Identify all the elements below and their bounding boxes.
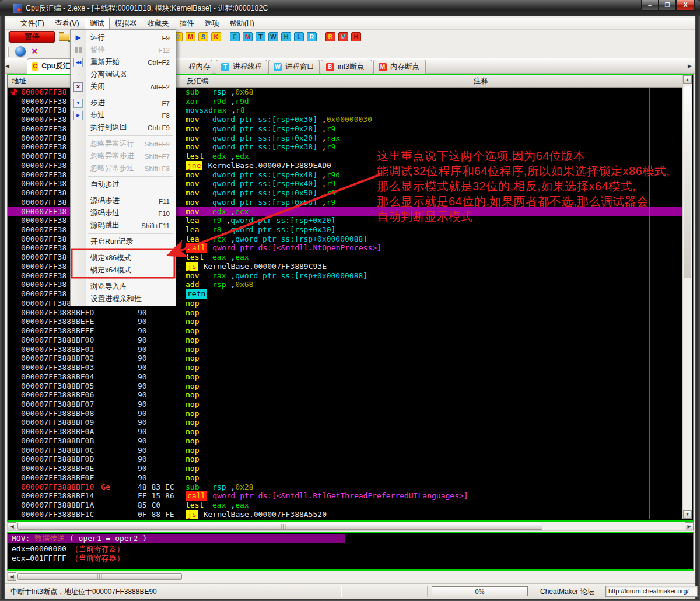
menu-item-忽略异常运行[interactable]: 忽略异常运行Shift+F9	[71, 138, 176, 150]
menu-item-开启Run记录[interactable]: 开启Run记录	[71, 236, 176, 248]
mnemonic: nop	[186, 345, 212, 354]
horizontal-scroll-thumb[interactable]: |||	[18, 523, 542, 530]
tab-int3断点[interactable]: Bint3断点	[321, 60, 372, 74]
menu-item-锁定x86模式[interactable]: 锁定x86模式	[71, 252, 176, 264]
disasm-row[interactable]: 000007FF3888BF0990nop	[8, 418, 682, 427]
menu-item-步进[interactable]: ▼步进F7	[71, 97, 176, 109]
scan-icon[interactable]	[15, 46, 26, 57]
disasm-row[interactable]: 000007FF3888BF0D90nop	[8, 455, 682, 464]
letter-button-K[interactable]: K	[211, 32, 221, 41]
disasm-row[interactable]: 000007FF3888BF10Ge48 83 ECsubrsp ,0x28	[8, 483, 682, 492]
instruction-cell: nop	[181, 464, 682, 473]
letter-button-M[interactable]: M	[338, 32, 348, 41]
letter-button-R[interactable]: R	[307, 32, 317, 41]
column-divider[interactable]	[471, 75, 471, 88]
disasm-row[interactable]: 000007FF3888BF0290nop	[8, 354, 682, 363]
menu-item-暂停[interactable]: 暂停F12	[71, 44, 176, 56]
letter-button-B[interactable]: B	[326, 32, 335, 41]
disasm-row[interactable]: 000007FF3888BF0C90nop	[8, 446, 682, 455]
vertical-scrollbar[interactable]: ▲ ▼	[682, 75, 692, 519]
menubar-item-插件[interactable]: 插件	[174, 18, 200, 30]
disasm-row[interactable]: 000007FF3888BF1A85 C0testeax ,eax	[8, 501, 682, 510]
cut-icon[interactable]: ×	[29, 46, 40, 57]
toolbar-grip[interactable]	[7, 32, 9, 42]
letter-button-H[interactable]: H	[281, 32, 291, 41]
menu-item-源码步过[interactable]: 源码步过F10	[71, 207, 176, 219]
disasm-row[interactable]: 000007FF3888BF14FF 15 86callqword ptr ds…	[8, 491, 682, 501]
disasm-row[interactable]: 000007FF3888BF0A90nop	[8, 427, 682, 436]
menu-item-自动步过[interactable]: 自动步过	[71, 179, 176, 191]
menubar-item-模拟器[interactable]: 模拟器	[110, 18, 142, 30]
scroll-right-icon[interactable]: ▶	[685, 522, 694, 530]
menubar-item-调试[interactable]: 调试	[85, 18, 110, 30]
letter-button-H[interactable]: H	[351, 32, 361, 41]
menu-item-忽略异常步过[interactable]: 忽略异常步过Shift+F8	[71, 162, 176, 174]
mnemonic: nop	[186, 455, 212, 464]
title-bar[interactable]: Cpu反汇编 - 2.exe - [主线程:00001B18, 模块:Kerne…	[0, 0, 700, 16]
close-button[interactable]: X	[676, 0, 695, 11]
disasm-row[interactable]: 000007FF3888BF0490nop	[8, 372, 682, 382]
disasm-row[interactable]: 000007FF3888BF0E90nop	[8, 464, 682, 473]
disasm-row[interactable]: 000007FF3888BF0F90nop	[8, 473, 682, 483]
tab-内存断点[interactable]: M内存断点	[373, 60, 426, 74]
disasm-row[interactable]: 000007FF3888BEFD90nop	[8, 308, 682, 317]
breakpoint-icon[interactable]	[10, 88, 18, 96]
letter-button-M[interactable]: M	[186, 32, 195, 41]
disasm-row[interactable]: 000007FF3888BF0090nop	[8, 336, 682, 345]
menu-item-源码跳出[interactable]: 源码跳出Shift+F11	[71, 219, 176, 232]
disasm-row[interactable]: 000007FF3888BF0390nop	[8, 363, 682, 372]
disasm-row[interactable]: 000007FF3888BEFF90nop	[8, 326, 682, 336]
disasm-row[interactable]: 000007FF3888BF0790nop	[8, 400, 682, 409]
scroll-left-icon[interactable]: ◀	[8, 572, 16, 581]
disasm-row[interactable]: 000007FF3888BF0890nop	[8, 409, 682, 418]
disasm-row[interactable]: 000007FF3888BF1C0F 88 FEjsKernelBase.000…	[8, 510, 682, 519]
scroll-up-icon[interactable]: ▲	[683, 75, 692, 84]
disasm-row[interactable]: 000007FF3888BEFE90nop	[8, 317, 682, 326]
menubar-item-帮助H[interactable]: 帮助(H)	[225, 18, 260, 30]
pause-button[interactable]: 暂停	[9, 31, 55, 43]
menu-item-步过[interactable]: ▶步过F8	[71, 109, 176, 121]
tab-scroll-left[interactable]: ◀	[4, 62, 11, 70]
horizontal-scrollbar[interactable]: ◀ ||| ▶	[7, 522, 694, 531]
menubar-item-查看V[interactable]: 查看(V)	[50, 18, 85, 30]
menu-item-源码步进[interactable]: 源码步进F11	[71, 195, 176, 207]
menu-item-忽略异常步进[interactable]: 忽略异常步进Shift+F7	[71, 150, 176, 162]
disasm-row[interactable]: 000007FF3888BF0190nop	[8, 345, 682, 354]
menu-item-锁定x64模式[interactable]: 锁定x64模式	[71, 264, 176, 277]
disasm-row[interactable]: 000007FF3888BF0B90nop	[8, 436, 682, 446]
menu-item-设置进程亲和性[interactable]: 设置进程亲和性	[71, 293, 176, 305]
info-horizontal-scrollbar[interactable]: ◀ |||	[7, 572, 694, 581]
scroll-down-icon[interactable]: ▼	[683, 510, 692, 519]
info-scroll-thumb[interactable]: |||	[18, 573, 182, 580]
tab-进程窗口[interactable]: W进程窗口	[268, 60, 320, 74]
tab-scroll-right[interactable]: ▶	[686, 62, 694, 70]
operand: r9	[212, 216, 222, 225]
open-file-icon[interactable]	[58, 32, 71, 42]
menu-item-浏览导入库[interactable]: 浏览导入库	[71, 281, 176, 293]
menu-item-关闭[interactable]: ×关闭Alt+F2	[71, 81, 176, 93]
letter-button-W[interactable]: W	[268, 32, 278, 41]
operand: qword ptr ss:[rsp+0x20]	[212, 134, 317, 142]
menubar-item-文件F[interactable]: 文件(F)	[15, 18, 50, 30]
tab-进程线程[interactable]: T进程线程	[216, 60, 267, 74]
scroll-left-icon[interactable]: ◀	[8, 522, 16, 530]
toolbar-grip[interactable]	[7, 47, 9, 57]
menu-item-重新开始[interactable]: ◀◀重新开始Ctrl+F2	[71, 56, 176, 68]
menubar-item-收藏夹[interactable]: 收藏夹	[142, 18, 174, 30]
letter-button-M[interactable]: M	[243, 32, 253, 41]
menu-item-执行到返回[interactable]: 执行到返回Ctrl+F9	[71, 121, 176, 134]
disasm-row[interactable]: 000007FF3888BF0590nop	[8, 382, 682, 391]
menubar-item-选项[interactable]: 选项	[200, 18, 225, 30]
maximize-button[interactable]: ❐	[659, 0, 676, 11]
minimize-button[interactable]: –	[641, 0, 659, 11]
letter-button-T[interactable]: T	[256, 32, 265, 41]
menu-item-运行[interactable]: ▶运行F9	[71, 32, 176, 44]
vertical-scroll-thumb[interactable]	[684, 86, 691, 278]
letter-button-E[interactable]: E	[230, 32, 240, 41]
column-divider[interactable]	[181, 75, 181, 88]
menu-item-分离调试器[interactable]: 分离调试器	[71, 68, 176, 81]
disasm-row[interactable]: 000007FF3888BF0690nop	[8, 390, 682, 400]
forum-url-link[interactable]: http://forum.cheatmaker.org/	[606, 586, 698, 597]
letter-button-S[interactable]: S	[198, 32, 208, 41]
letter-button-L[interactable]: L	[294, 32, 304, 41]
